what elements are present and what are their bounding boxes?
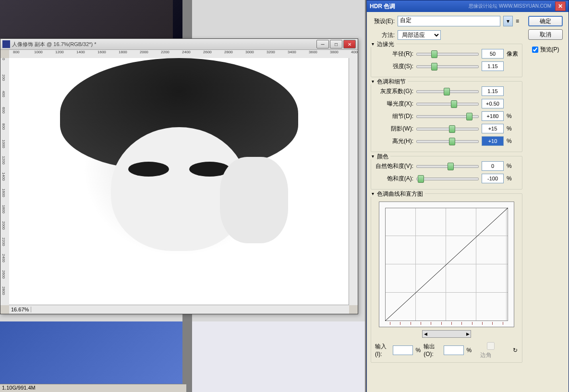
strength-input[interactable] bbox=[482, 61, 504, 71]
shadow-input[interactable] bbox=[482, 124, 504, 133]
status-bar: 1.10G/991.4M bbox=[0, 384, 186, 392]
preset-dropdown-button[interactable]: ▾ bbox=[503, 16, 513, 26]
shadow-unit: % bbox=[507, 125, 518, 132]
slider-thumb[interactable] bbox=[444, 88, 450, 95]
vibrance-unit: % bbox=[507, 163, 518, 169]
gamma-row: 灰度系数(G): bbox=[375, 86, 518, 96]
slider-thumb[interactable] bbox=[431, 63, 437, 71]
preview-checkbox[interactable] bbox=[532, 47, 538, 53]
gamma-label: 灰度系数(G): bbox=[375, 87, 413, 95]
vibrance-input[interactable] bbox=[482, 161, 504, 171]
vibrance-row: 自然饱和度(V): % bbox=[375, 161, 518, 171]
method-label: 方法: bbox=[371, 31, 395, 39]
detail-label: 细节(D): bbox=[375, 112, 413, 120]
canvas[interactable] bbox=[9, 58, 349, 305]
output-value[interactable] bbox=[444, 345, 464, 355]
close-button[interactable]: ✕ bbox=[343, 40, 356, 48]
scroll-left-icon[interactable]: ◀ bbox=[423, 332, 428, 336]
saturation-slider[interactable] bbox=[416, 174, 479, 183]
exposure-input[interactable] bbox=[482, 99, 504, 108]
preset-menu-icon[interactable]: ≡ bbox=[516, 18, 522, 24]
slider-thumb[interactable] bbox=[466, 113, 472, 120]
document-title: 人像修饰 副本 @ 16.7%(RGB/32*) * bbox=[12, 41, 97, 48]
curve-group: ▾ 色调曲线和直方图 ◀▶ 输入(I): % 输出(O): % bbox=[371, 193, 522, 363]
detail-slider[interactable] bbox=[416, 112, 479, 120]
input-label: 输入(I): bbox=[375, 343, 390, 357]
vibrance-label: 自然饱和度(V): bbox=[375, 162, 413, 170]
shadow-row: 阴影(W): % bbox=[375, 124, 518, 133]
strength-slider[interactable] bbox=[416, 62, 479, 71]
cancel-button[interactable]: 取消 bbox=[528, 29, 563, 40]
slider-thumb[interactable] bbox=[449, 138, 455, 145]
scroll-right-icon[interactable]: ▶ bbox=[465, 332, 471, 336]
gamma-slider[interactable] bbox=[416, 87, 479, 95]
slider-thumb[interactable] bbox=[449, 125, 455, 133]
slider-thumb[interactable] bbox=[451, 100, 457, 108]
scrollbar-vertical[interactable] bbox=[349, 58, 358, 305]
input-value[interactable] bbox=[393, 345, 413, 355]
saturation-unit: % bbox=[507, 175, 518, 182]
vibrance-slider[interactable] bbox=[416, 162, 479, 170]
shadow-label: 阴影(W): bbox=[375, 125, 413, 133]
hdr-dialog: HDR 色调 思缘设计论坛 WWW.MISSYUAN.COM ✕ 预设(E): … bbox=[366, 0, 569, 392]
preset-select[interactable]: 自定 bbox=[398, 16, 500, 26]
strength-row: 强度(S): bbox=[375, 61, 518, 71]
minimize-button[interactable]: ─ bbox=[316, 40, 329, 48]
highlight-row: 高光(H): % bbox=[375, 136, 518, 146]
edge-glow-group: ▾ 边缘光 半径(R): 像素 强度(S): bbox=[371, 44, 522, 77]
strength-label: 强度(S): bbox=[375, 62, 413, 71]
tone-detail-group: ▾ 色调和细节 灰度系数(G): 曝光度(X): 细节(D): % bbox=[371, 81, 522, 152]
ps-icon bbox=[2, 40, 10, 48]
slider-thumb[interactable] bbox=[418, 175, 424, 183]
document-titlebar[interactable]: 人像修饰 副本 @ 16.7%(RGB/32*) * ─ □ ✕ bbox=[0, 39, 358, 50]
document-window: 人像修饰 副本 @ 16.7%(RGB/32*) * ─ □ ✕ 8001000… bbox=[0, 38, 358, 314]
color-group: ▾ 颜色 自然饱和度(V): % 饱和度(A): % bbox=[371, 156, 522, 190]
detail-row: 细节(D): % bbox=[375, 111, 518, 121]
detail-unit: % bbox=[507, 113, 518, 119]
highlight-slider[interactable] bbox=[416, 137, 479, 145]
saturation-row: 饱和度(A): % bbox=[375, 174, 518, 183]
dialog-title: HDR 色调 bbox=[370, 2, 395, 11]
output-label: 输出(O): bbox=[424, 343, 440, 357]
gamma-input[interactable] bbox=[482, 86, 504, 96]
radius-label: 半径(R): bbox=[375, 50, 413, 58]
radius-input[interactable] bbox=[482, 49, 504, 59]
saturation-input[interactable] bbox=[482, 174, 504, 183]
zoom-level[interactable]: 16.67% bbox=[9, 307, 31, 312]
portrait-image bbox=[9, 58, 349, 305]
ok-button[interactable]: 确定 bbox=[528, 16, 563, 26]
preset-label: 预设(E): bbox=[371, 17, 395, 25]
corner-checkbox bbox=[482, 342, 499, 350]
svg-line-0 bbox=[385, 208, 508, 321]
slider-thumb[interactable] bbox=[448, 163, 454, 170]
detail-input[interactable] bbox=[482, 111, 504, 121]
radius-row: 半径(R): 像素 bbox=[375, 49, 518, 59]
highlight-unit: % bbox=[507, 138, 518, 144]
preview-checkbox-label[interactable]: 预览(P) bbox=[532, 46, 559, 54]
exposure-row: 曝光度(X): bbox=[375, 99, 518, 108]
tone-curve[interactable] bbox=[379, 202, 514, 327]
exposure-label: 曝光度(X): bbox=[375, 100, 413, 108]
ruler-vertical[interactable]: 0200400600800100012001400160018002000220… bbox=[0, 58, 10, 305]
method-select[interactable]: 局部适应 bbox=[398, 30, 441, 40]
document-footer: 16.67% bbox=[9, 305, 349, 314]
dialog-close-button[interactable]: ✕ bbox=[555, 1, 566, 11]
radius-slider[interactable] bbox=[416, 49, 479, 58]
watermark: 思缘设计论坛 WWW.MISSYUAN.COM bbox=[469, 3, 551, 10]
curve-scrollbar[interactable]: ◀▶ bbox=[375, 330, 518, 338]
maximize-button[interactable]: □ bbox=[330, 40, 342, 48]
reset-icon[interactable]: ↻ bbox=[513, 347, 518, 354]
shadow-slider[interactable] bbox=[416, 124, 479, 133]
radius-unit: 像素 bbox=[507, 50, 518, 58]
highlight-label: 高光(H): bbox=[375, 137, 413, 145]
dialog-titlebar[interactable]: HDR 色调 思缘设计论坛 WWW.MISSYUAN.COM ✕ bbox=[367, 0, 569, 12]
saturation-label: 饱和度(A): bbox=[375, 175, 413, 183]
slider-thumb[interactable] bbox=[431, 50, 437, 58]
highlight-input[interactable] bbox=[482, 136, 504, 146]
exposure-slider[interactable] bbox=[416, 99, 479, 108]
